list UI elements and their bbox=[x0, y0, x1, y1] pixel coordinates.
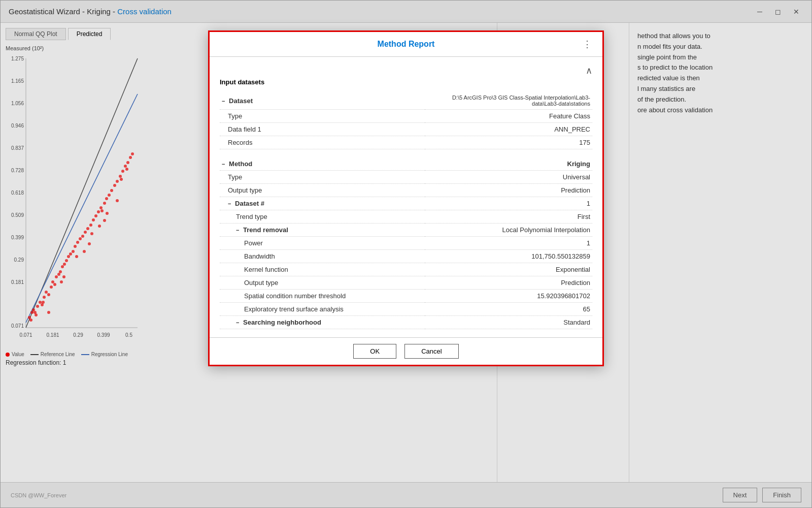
table-row-trend-type: Trend type First bbox=[220, 210, 592, 224]
main-window: Geostatistical Wizard - Kriging - Cross … bbox=[0, 0, 812, 508]
table-row-kernel: Kernel function Exponential bbox=[220, 263, 592, 276]
table-row-dataset: − Dataset D:\5 ArcGIS Pro\3 GIS Class-Sp… bbox=[220, 92, 592, 110]
collapse-icon-dataset-num[interactable]: − bbox=[228, 201, 231, 207]
ok-button[interactable]: OK bbox=[353, 344, 396, 359]
report-table-input: − Dataset D:\5 ArcGIS Pro\3 GIS Class-Sp… bbox=[220, 92, 592, 149]
collapse-icon-searching[interactable]: − bbox=[236, 320, 239, 326]
table-row-power: Power 1 bbox=[220, 237, 592, 250]
table-row-method-type: Type Universal bbox=[220, 171, 592, 184]
modal-body: ∧ Input datasets − Dataset D:\5 ArcGIS P… bbox=[210, 57, 602, 337]
modal-overlay: Method Report ⋮ ∧ Input datasets − Datas… bbox=[0, 0, 812, 508]
table-row-trend-removal: − Trend removal Local Polynomial Interpo… bbox=[220, 224, 592, 237]
table-row-exploratory: Exploratory trend surface analysis 65 bbox=[220, 303, 592, 316]
report-table-method: − Method Kriging Type Universal Output t… bbox=[220, 157, 592, 329]
modal-footer: OK Cancel bbox=[210, 337, 602, 365]
modal-header: Method Report ⋮ bbox=[210, 32, 602, 57]
table-row-method: − Method Kriging bbox=[220, 157, 592, 171]
table-row-dataset-num: − Dataset # 1 bbox=[220, 197, 592, 210]
cancel-button[interactable]: Cancel bbox=[404, 344, 458, 359]
table-row-spatial: Spatial condition number threshold 15.92… bbox=[220, 290, 592, 303]
table-row-searching: − Searching neighborhood Standard bbox=[220, 316, 592, 329]
table-row-bandwidth: Bandwidth 101,750.550132859 bbox=[220, 250, 592, 263]
table-row-output-type: Output type Prediction bbox=[220, 184, 592, 197]
table-row-trend-output-type: Output type Prediction bbox=[220, 276, 592, 290]
collapse-icon-dataset[interactable]: − bbox=[222, 98, 225, 104]
collapse-icon-method[interactable]: − bbox=[222, 161, 225, 167]
section-input-datasets: Input datasets bbox=[220, 78, 592, 86]
table-row-records: Records 175 bbox=[220, 136, 592, 149]
table-row-type: Type Feature Class bbox=[220, 110, 592, 123]
modal-title: Method Report bbox=[232, 40, 580, 49]
modal-menu-button[interactable]: ⋮ bbox=[580, 37, 594, 51]
table-row-data-field: Data field 1 ANN_PREC bbox=[220, 123, 592, 136]
method-report-dialog: Method Report ⋮ ∧ Input datasets − Datas… bbox=[208, 30, 604, 366]
modal-content[interactable]: ∧ Input datasets − Dataset D:\5 ArcGIS P… bbox=[210, 57, 602, 337]
scroll-up-indicator: ∧ bbox=[220, 65, 592, 76]
collapse-icon-trend-removal[interactable]: − bbox=[236, 227, 239, 233]
